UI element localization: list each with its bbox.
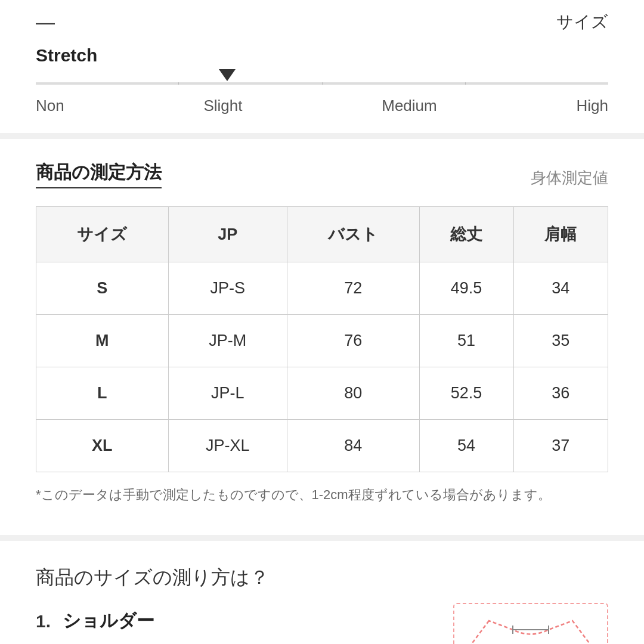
stretch-bar	[36, 82, 608, 85]
table-row: S JP-S 72 49.5 34	[36, 262, 608, 315]
col-header-length: 総丈	[419, 207, 513, 262]
stretch-bar-container	[36, 82, 608, 85]
top-size-label: サイズ	[556, 11, 608, 33]
cell-size-m: M	[36, 315, 169, 367]
col-header-size: サイズ	[36, 207, 169, 262]
cell-shoulder-m: 35	[513, 315, 608, 367]
table-row: L JP-L 80 52.5 36	[36, 367, 608, 420]
cell-bust-s: 72	[287, 262, 419, 315]
col-header-shoulder: 肩幅	[513, 207, 608, 262]
cell-bust-l: 80	[287, 367, 419, 420]
stretch-labels: Non Slight Medium High	[36, 97, 608, 115]
stretch-label-slight: Slight	[203, 97, 242, 115]
top-dash: —	[36, 11, 55, 33]
cell-shoulder-xl: 37	[513, 420, 608, 472]
col-header-jp: JP	[168, 207, 287, 262]
measurement-header: 商品の測定方法 身体測定値	[36, 160, 608, 188]
cell-shoulder-s: 34	[513, 262, 608, 315]
measurement-method-title: 商品の測定方法	[36, 160, 162, 188]
how-to-section: 商品のサイズの測り方は？ 1. ショルダー	[0, 541, 644, 644]
stretch-section: Stretch Non Slight Medium High	[0, 39, 644, 133]
stretch-indicator	[219, 69, 236, 81]
cell-jp-m: JP-M	[168, 315, 287, 367]
diagram-area	[453, 603, 608, 644]
cell-size-s: S	[36, 262, 169, 315]
size-table: サイズ JP バスト 総丈 肩幅 S JP-S 72 49.5 34 M JP-	[36, 206, 608, 472]
cell-bust-m: 76	[287, 315, 419, 367]
stretch-segment-medium	[323, 82, 466, 85]
measurement-section: 商品の測定方法 身体測定値 サイズ JP バスト 総丈 肩幅 S JP-S 72…	[0, 139, 644, 535]
cell-length-s: 49.5	[419, 262, 513, 315]
stretch-segment-slight	[179, 82, 322, 85]
table-row: M JP-M 76 51 35	[36, 315, 608, 367]
cell-length-xl: 54	[419, 420, 513, 472]
cell-length-l: 52.5	[419, 367, 513, 420]
step1-number: 1.	[36, 611, 51, 631]
top-bar: — サイズ	[0, 0, 644, 39]
stretch-segment-high	[466, 82, 608, 85]
page-container: — サイズ Stretch Non Slight Medium High	[0, 0, 644, 644]
col-header-bust: バスト	[287, 207, 419, 262]
tshirt-diagram	[471, 609, 590, 644]
divider-2	[0, 535, 644, 541]
table-header-row: サイズ JP バスト 総丈 肩幅	[36, 207, 608, 262]
cell-shoulder-l: 36	[513, 367, 608, 420]
cell-jp-l: JP-L	[168, 367, 287, 420]
measurement-note: *このデータは手動で測定したものですので、1-2cm程度ずれている場合があります…	[36, 484, 608, 523]
stretch-title: Stretch	[36, 45, 608, 66]
stretch-segment-non	[36, 82, 179, 85]
body-measurement-title: 身体測定値	[531, 168, 608, 188]
how-to-title: 商品のサイズの測り方は？	[36, 565, 608, 591]
shoulder-item: 1. ショルダー	[36, 609, 608, 644]
cell-size-xl: XL	[36, 420, 169, 472]
table-row: XL JP-XL 84 54 37	[36, 420, 608, 472]
divider-1	[0, 133, 644, 139]
cell-size-l: L	[36, 367, 169, 420]
stretch-label-medium: Medium	[382, 97, 436, 115]
cell-bust-xl: 84	[287, 420, 419, 472]
stretch-label-high: High	[576, 97, 608, 115]
stretch-label-non: Non	[36, 97, 64, 115]
cell-length-m: 51	[419, 315, 513, 367]
step1-label: ショルダー	[63, 609, 154, 633]
cell-jp-xl: JP-XL	[168, 420, 287, 472]
cell-jp-s: JP-S	[168, 262, 287, 315]
